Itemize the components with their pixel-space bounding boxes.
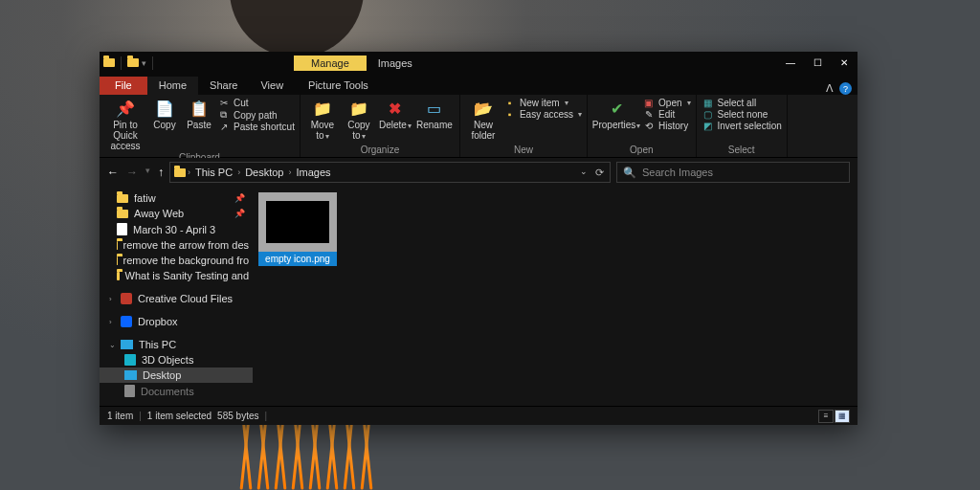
nav-recent-button[interactable]: ▾ [145,166,150,179]
invert-selection-button[interactable]: ◩Invert selection [702,121,782,131]
folder-icon [117,210,128,218]
qat-icon[interactable] [127,58,139,67]
select-all-button[interactable]: ▦Select all [702,98,782,108]
folder-icon [117,194,128,203]
help-icon[interactable]: ? [839,82,852,95]
new-item-icon: ▪ [503,98,516,108]
tab-file[interactable]: File [100,77,147,95]
breadcrumb-segment[interactable]: This PC [192,167,235,178]
move-to-button[interactable]: 📁Move to▾ [305,97,340,142]
sidebar-item[interactable]: remove the arrow from des [100,237,253,253]
open-icon: ▣ [642,98,655,108]
refresh-icon[interactable]: ⟳ [595,167,604,179]
easy-access-button[interactable]: ▪Easy access▾ [503,109,582,120]
navigation-pane[interactable]: fatiw📌 Away Web📌 March 30 - April 3 remo… [100,187,253,406]
file-thumbnail [258,192,337,252]
sidebar-this-pc[interactable]: ⌄This PC [100,337,253,352]
group-label: Organize [305,144,455,156]
copy-to-button[interactable]: 📁Copy to▾ [342,97,376,142]
sidebar-item[interactable]: remove the background fro [100,253,253,268]
tab-home[interactable]: Home [147,77,198,95]
copy-path-icon: ⧉ [217,109,230,121]
select-none-button[interactable]: ▢Select none [702,109,782,120]
close-button[interactable]: ✕ [831,52,858,74]
new-folder-button[interactable]: 📂New folder [465,97,501,141]
file-item[interactable]: empty icon.png [258,192,337,266]
ribbon-group-new: 📂New folder ▪New item▾ ▪Easy access▾ New [460,95,588,157]
nav-up-button[interactable]: ↑ [158,166,164,179]
ribbon: 📌Pin to Quick access 📄Copy 📋Paste ✂Cut ⧉… [100,95,858,158]
sidebar-documents[interactable]: Documents [100,383,253,399]
status-count: 1 item [107,411,133,421]
sidebar-desktop[interactable]: Desktop [100,368,253,383]
easy-access-icon: ▪ [503,109,516,120]
search-input[interactable]: 🔍 Search Images [616,162,850,183]
view-icons-button[interactable]: ▦ [835,410,850,423]
document-icon [124,385,135,397]
edit-button[interactable]: ✎Edit [642,109,690,120]
group-label: Open [592,144,690,156]
tab-share[interactable]: Share [198,77,249,95]
address-bar-row: ← → ▾ ↑ › This PC › Desktop › Images ⌄ ⟳… [100,158,858,187]
search-icon: 🔍 [623,167,636,179]
wallpaper-bulb [230,0,364,57]
file-name: empty icon.png [258,252,337,266]
open-button[interactable]: ▣Open▾ [642,98,690,108]
breadcrumb-segment[interactable]: Desktop [242,167,286,178]
ribbon-group-organize: 📁Move to▾ 📁Copy to▾ ✖Delete▾ ▭Rename Org… [301,95,460,157]
maximize-button[interactable]: ☐ [804,52,831,74]
folder-icon [117,272,120,280]
nav-back-button[interactable]: ← [107,166,119,179]
sidebar-item[interactable]: Away Web📌 [100,206,253,221]
paste-shortcut-button[interactable]: ↗Paste shortcut [217,122,295,132]
scissors-icon: ✂ [217,98,230,108]
explorer-window: ▾ Manage Images ― ☐ ✕ File Home Share Vi… [100,52,858,425]
view-details-button[interactable]: ≡ [818,410,834,423]
invert-selection-icon: ◩ [702,121,714,131]
pin-quick-access-button[interactable]: 📌Pin to Quick access [104,97,146,151]
sidebar-item[interactable]: March 30 - April 3 [100,221,253,237]
copy-path-button[interactable]: ⧉Copy path [217,109,295,121]
address-bar[interactable]: › This PC › Desktop › Images ⌄ ⟳ [169,162,611,183]
objects3d-icon [124,354,136,366]
folder-icon [117,256,118,265]
cut-button[interactable]: ✂Cut [217,98,295,108]
dropbox-icon [121,316,132,327]
properties-button[interactable]: ✔Properties▾ [592,97,640,131]
sidebar-item[interactable]: fatiw📌 [100,190,253,206]
shortcut-icon: ↗ [217,122,230,132]
delete-button[interactable]: ✖Delete▾ [378,97,412,131]
history-button[interactable]: ⟲History [642,121,690,131]
nav-forward-button[interactable]: → [126,166,138,179]
sidebar-creative-cloud[interactable]: ›Creative Cloud Files [100,291,253,306]
breadcrumb-segment[interactable]: Images [293,167,333,178]
address-dropdown-icon[interactable]: ⌄ [580,167,588,179]
minimize-button[interactable]: ― [777,52,804,74]
ribbon-group-open: ✔Properties▾ ▣Open▾ ✎Edit ⟲History Open [588,95,696,157]
pin-icon: 📌 [234,209,245,218]
copy-button[interactable]: 📄Copy [148,97,181,130]
paste-button[interactable]: 📋Paste [183,97,215,130]
status-bar: 1 item | 1 item selected 585 bytes | ≡ ▦ [100,406,858,425]
folder-icon [117,241,118,250]
new-item-button[interactable]: ▪New item▾ [503,98,582,108]
sidebar-dropbox[interactable]: ›Dropbox [100,314,253,329]
history-icon: ⟲ [642,121,655,131]
desktop-icon [124,370,137,380]
sidebar-item[interactable]: What is Sanity Testing and [100,268,253,283]
tab-view[interactable]: View [249,77,295,95]
collapse-ribbon-icon[interactable]: ᐱ [826,82,834,95]
titlebar[interactable]: ▾ Manage Images ― ☐ ✕ [100,52,858,74]
rename-button[interactable]: ▭Rename [414,97,455,130]
tab-picture-tools[interactable]: Picture Tools [297,77,380,95]
pin-icon: 📌 [234,193,245,203]
status-selected: 1 item selected [147,411,212,421]
explorer-body: fatiw📌 Away Web📌 March 30 - April 3 remo… [100,187,858,406]
location-icon [174,168,186,177]
sidebar-3d-objects[interactable]: 3D Objects [100,352,253,368]
window-icon [103,58,115,67]
status-size: 585 bytes [217,411,258,421]
group-label: New [465,144,582,156]
content-pane[interactable]: empty icon.png [253,187,858,406]
context-tab-label: Manage [294,56,367,71]
